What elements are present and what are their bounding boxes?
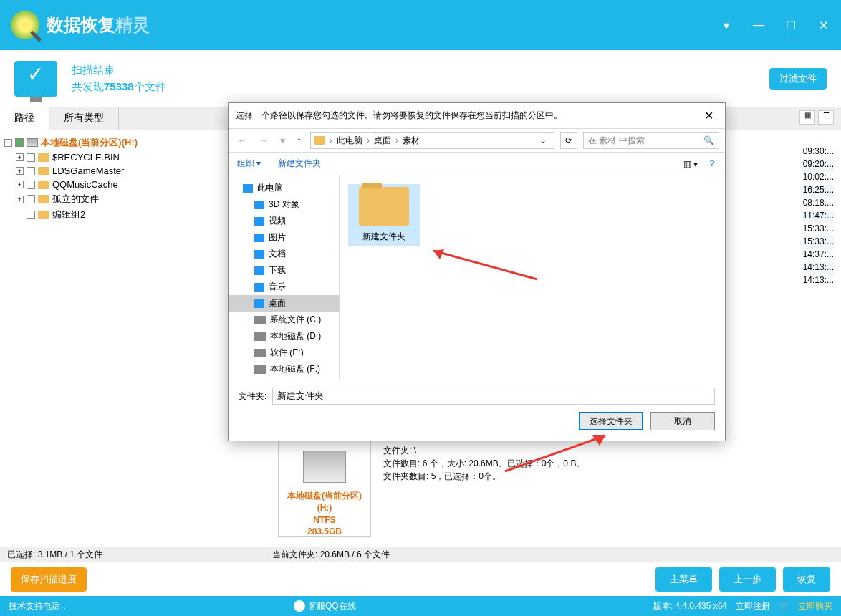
- vid-icon: [254, 217, 264, 226]
- dialog-tree-item[interactable]: 此电脑: [229, 180, 339, 196]
- breadcrumb-segment[interactable]: 此电脑: [334, 135, 365, 147]
- dialog-tree-item[interactable]: 系统文件 (C:): [229, 312, 339, 328]
- recover-button[interactable]: 恢复: [783, 567, 830, 592]
- folder-icon: [359, 187, 409, 226]
- dialog-title-bar: 选择一个路径以保存您勾选的文件。请勿将要恢复的文件保存在您当前扫描的分区中。 ✕: [229, 103, 725, 128]
- checkbox[interactable]: [27, 153, 35, 162]
- dialog-tree-item[interactable]: 视频: [229, 213, 339, 229]
- dialog-tree-item[interactable]: 下载: [229, 262, 339, 279]
- close-icon[interactable]: ✕: [816, 19, 830, 32]
- dialog-body: 此电脑3D 对象视频图片文档下载音乐桌面系统文件 (C:)本地磁盘 (D:)软件…: [229, 175, 725, 380]
- folder-icon: [38, 211, 49, 219]
- dialog-tree-item[interactable]: 桌面: [229, 295, 339, 312]
- dialog-close-icon[interactable]: ✕: [700, 109, 718, 122]
- filter-files-button[interactable]: 过滤文件: [769, 68, 827, 90]
- maximize-icon[interactable]: ☐: [784, 19, 798, 32]
- expand-icon[interactable]: +: [16, 181, 24, 188]
- expand-icon[interactable]: +: [16, 196, 24, 203]
- tree-item[interactable]: +QQMusicCache: [4, 178, 225, 191]
- new-folder-button[interactable]: 新建文件夹: [278, 158, 321, 170]
- view-options-icon[interactable]: ▥ ▾: [683, 159, 698, 169]
- dialog-tree-item[interactable]: 文档: [229, 246, 339, 262]
- save-progress-button[interactable]: 保存扫描进度: [11, 567, 87, 592]
- titlebar: 数据恢复精灵 ▾ — ☐ ✕: [0, 0, 841, 50]
- version-info: 版本: 4.4.0.435 x64: [653, 600, 727, 612]
- timestamp-column: 09:30:...09:20:...10:02:...16:25:...08:1…: [803, 146, 834, 288]
- dialog-tree-item[interactable]: 本地磁盘 (D:): [229, 328, 339, 345]
- dialog-tree-item[interactable]: 图片: [229, 229, 339, 246]
- breadcrumb-segment[interactable]: 素材: [400, 135, 423, 147]
- checkbox[interactable]: [27, 211, 35, 219]
- title-accent: 精灵: [115, 15, 150, 34]
- tree-item[interactable]: +$RECYCLE.BIN: [4, 150, 225, 164]
- file-count: 75338: [104, 80, 134, 92]
- dl-icon: [254, 266, 264, 275]
- drv-icon: [254, 332, 266, 341]
- nav-back-icon[interactable]: ←: [234, 135, 250, 146]
- selection-bar: 已选择: 3.1MB / 1 个文件 当前文件夹: 20.6MB / 6 个文件: [0, 547, 841, 562]
- timestamp-cell: 08:18:...: [803, 198, 834, 211]
- search-input[interactable]: 在 素材 中搜索 🔍: [583, 132, 719, 149]
- qq-support[interactable]: 客服QQ在线: [294, 600, 356, 612]
- minimize-icon[interactable]: —: [751, 19, 766, 32]
- timestamp-cell: 15:33:...: [803, 223, 834, 236]
- main-menu-button[interactable]: 主菜单: [655, 567, 712, 592]
- grid-view-icon[interactable]: ▦: [799, 110, 815, 125]
- help-icon[interactable]: ？: [708, 158, 716, 170]
- expand-icon[interactable]: +: [16, 167, 24, 175]
- tab-path[interactable]: 路径: [0, 107, 49, 130]
- disk-summary-card[interactable]: 本地磁盘(当前分区)(H:) NTFS 283.5GB: [278, 441, 371, 537]
- prev-step-button[interactable]: 上一步: [719, 567, 776, 592]
- checkbox[interactable]: [27, 195, 35, 203]
- app-logo-icon: [11, 11, 39, 39]
- dialog-tree-item[interactable]: 软件 (E:): [229, 345, 339, 361]
- timestamp-cell: 16:25:...: [803, 185, 834, 198]
- disk-card-label: 本地磁盘(当前分区)(H:) NTFS 283.5GB: [284, 490, 365, 538]
- qq-icon: [294, 600, 305, 612]
- register-link[interactable]: 立即注册: [736, 600, 770, 612]
- timestamp-cell: 14:13:...: [803, 262, 834, 275]
- list-view-icon[interactable]: ☰: [818, 110, 834, 125]
- pc-icon: [243, 184, 253, 193]
- view-toggle: ▦ ☰: [792, 107, 841, 130]
- dialog-tree-item[interactable]: 音乐: [229, 279, 339, 295]
- nav-forward-icon[interactable]: →: [256, 135, 271, 146]
- tree-item[interactable]: 编辑组2: [4, 207, 225, 223]
- tree-root[interactable]: − 本地磁盘(当前分区)(H:): [4, 135, 225, 150]
- logo-area: 数据恢复精灵: [11, 11, 150, 39]
- tree-item[interactable]: +LDSGameMaster: [4, 164, 225, 178]
- tree-item[interactable]: +孤立的文件: [4, 191, 225, 207]
- dialog-content[interactable]: 新建文件夹: [340, 175, 725, 380]
- choose-folder-button[interactable]: 选择文件夹: [579, 412, 643, 430]
- current-folder-info: 当前文件夹: 20.6MB / 6 个文件: [272, 549, 390, 561]
- nav-up-icon[interactable]: ↑: [294, 135, 304, 146]
- folder-tile-selected[interactable]: 新建文件夹: [348, 184, 420, 246]
- breadcrumb-segment[interactable]: 桌面: [371, 135, 394, 147]
- checkbox[interactable]: [27, 181, 35, 189]
- organize-menu[interactable]: 组织 ▾: [237, 158, 261, 170]
- drv-icon: [254, 316, 266, 324]
- folder-name-input[interactable]: [272, 388, 715, 405]
- dialog-title: 选择一个路径以保存您勾选的文件。请勿将要恢复的文件保存在您当前扫描的分区中。: [236, 110, 562, 122]
- breadcrumb[interactable]: › 此电脑› 桌面› 素材 ⌄: [310, 132, 554, 149]
- expand-icon[interactable]: +: [16, 153, 24, 161]
- tab-all-types[interactable]: 所有类型: [49, 107, 119, 130]
- collapse-icon[interactable]: −: [4, 139, 12, 147]
- options-icon[interactable]: ▾: [719, 19, 734, 32]
- monitor-check-icon: [14, 61, 57, 97]
- checkbox[interactable]: [15, 138, 24, 147]
- timestamp-cell: 09:30:...: [803, 146, 834, 159]
- folder-icon: [38, 181, 49, 189]
- checkbox[interactable]: [27, 167, 35, 175]
- refresh-icon[interactable]: ⟳: [560, 132, 577, 149]
- cancel-button[interactable]: 取消: [650, 412, 715, 430]
- dialog-tree-item[interactable]: 3D 对象: [229, 196, 339, 213]
- dialog-buttons: 选择文件夹 取消: [229, 412, 725, 441]
- breadcrumb-dropdown-icon[interactable]: ⌄: [535, 135, 551, 145]
- buy-now-link[interactable]: 立即购买: [798, 600, 832, 612]
- timestamp-cell: 14:13:...: [803, 275, 834, 288]
- dialog-footer: 文件夹:: [229, 380, 725, 412]
- tech-support-label: 技术支持电话：: [9, 600, 69, 612]
- nav-dropdown-icon[interactable]: ▾: [277, 135, 288, 146]
- dialog-tree-item[interactable]: 本地磁盘 (F:): [229, 361, 339, 377]
